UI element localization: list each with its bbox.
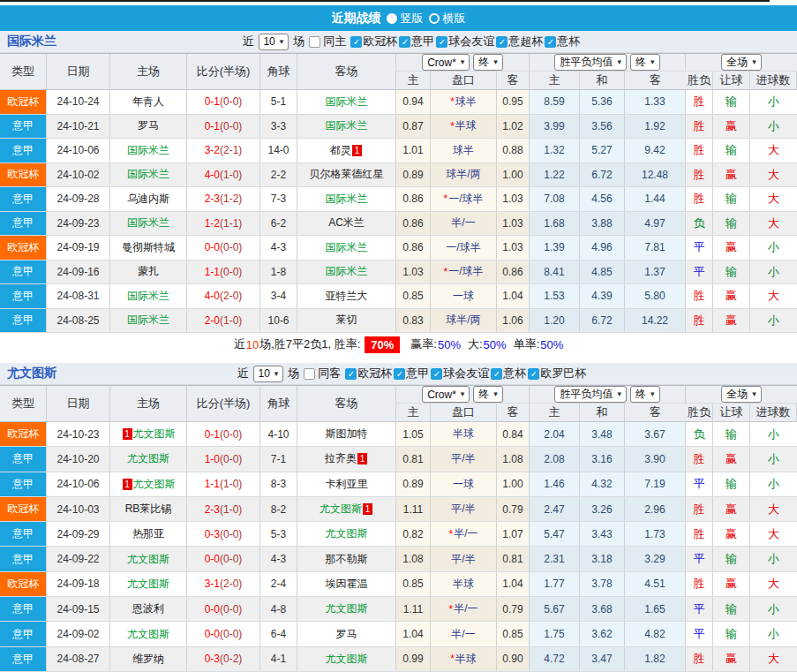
match-count-select[interactable]: 10▾	[252, 366, 283, 382]
checkbox-checked-icon[interactable]: ✓	[491, 368, 502, 380]
scope-select[interactable]: 全场▾	[721, 54, 762, 71]
league-filters: ✓欧冠杯✓意甲✓球会友谊✓意超杯✓意杯	[350, 34, 582, 49]
league-filter-option[interactable]: ✓意甲	[394, 366, 429, 381]
league-filter-option[interactable]: ✓欧冠杯	[345, 366, 392, 381]
checkbox-checked-icon[interactable]: ✓	[431, 368, 442, 380]
bookmaker-select[interactable]: Crow*▾	[422, 386, 470, 403]
avg-draw-cell: 6.72	[580, 309, 625, 333]
score-cell: 1-0(0-0)	[187, 447, 260, 471]
same-away-checkbox[interactable]: 同客	[304, 366, 341, 381]
final-odds-select[interactable]: 终▾	[630, 54, 660, 71]
avg-odds-select[interactable]: 胜平负均值▾	[554, 386, 627, 403]
match-count-select[interactable]: 10▾	[258, 34, 289, 50]
same-home-label: 同主	[323, 34, 346, 49]
avg-draw-cell: 3.68	[580, 597, 625, 621]
title-bar: 近期战绩 竖版 横版	[0, 5, 797, 31]
checkbox-checked-icon[interactable]: ✓	[436, 36, 447, 48]
league-filter-option[interactable]: ✓意超杯	[496, 34, 543, 49]
checkbox-checked-icon[interactable]: ✓	[394, 368, 405, 380]
team-name: 尤文图斯	[320, 502, 362, 517]
league-filters: ✓欧冠杯✓意甲✓球会友谊✓意杯✓欧罗巴杯	[345, 366, 588, 381]
score-cell: 1-1(0-0)	[187, 260, 260, 284]
league-filter-option[interactable]: ✓意甲	[399, 34, 434, 49]
summary-record: 场,胜7平2负1, 胜率:	[259, 336, 360, 352]
table-row: 意甲24-09-16蒙扎1-1(0-0)1-8国际米兰1.03*一/球半0.86…	[0, 260, 797, 285]
handicap-cell: 一/球半	[431, 236, 497, 260]
league-badge: 意甲	[0, 522, 47, 546]
checkbox-checked-icon[interactable]: ✓	[528, 368, 539, 380]
score-cell: 1-1(1-0)	[187, 472, 260, 496]
section-juventus: 尤文图斯 近 10▾ 场 同客 ✓欧冠杯✓意甲✓球会友谊✓意杯✓欧罗巴杯 类型 …	[0, 363, 797, 672]
corner-cell: 5-3	[260, 522, 297, 546]
date-cell: 24-09-28	[47, 187, 110, 211]
halftime-score: (1-0)	[220, 478, 242, 490]
result-cell: 平	[686, 547, 713, 570]
away-team-cell: 亚特兰大	[297, 284, 396, 308]
avg-home-cell: 4.72	[530, 647, 580, 671]
radio-vertical-layout[interactable]: 竖版	[387, 11, 424, 26]
bookmaker-select[interactable]: Crow*▾	[422, 54, 470, 71]
team-name: RB莱比锡	[125, 502, 172, 517]
final-odds-select[interactable]: 终▾	[630, 386, 660, 403]
corner-cell: 3-3	[260, 115, 297, 139]
team-name: 贝尔格莱德红星	[310, 167, 384, 182]
table-row: 欧冠杯24-10-03RB莱比锡2-3(1-0)8-2尤文图斯11.11平/半0…	[0, 497, 797, 522]
scope-select[interactable]: 全场▾	[721, 386, 762, 403]
result-cell: 胜	[686, 522, 713, 546]
result-cell: 胜	[686, 115, 713, 139]
avg-away-cell: 9.42	[625, 139, 686, 162]
col-header-away: 客场	[297, 54, 396, 89]
radio-horizontal-layout[interactable]: 横版	[429, 11, 466, 26]
away-team-cell: 国际米兰	[297, 115, 396, 139]
avg-home-cell: 1.68	[530, 212, 580, 236]
corner-cell: 10-6	[260, 309, 297, 333]
checkbox-checked-icon[interactable]: ✓	[350, 36, 362, 48]
league-filter-option[interactable]: ✓意杯	[491, 366, 526, 381]
checkbox-checked-icon[interactable]: ✓	[399, 36, 410, 48]
halftime-score: (0-0)	[220, 266, 242, 278]
final-odds-select[interactable]: 终▾	[473, 386, 503, 403]
handicap-text: 球半	[455, 94, 477, 109]
team-name-link[interactable]: 国际米兰	[0, 34, 56, 49]
result-cell: 胜	[686, 447, 713, 471]
league-filter-label: 球会友谊	[443, 366, 489, 381]
league-filter-option[interactable]: ✓欧冠杯	[350, 34, 397, 49]
league-filter-option[interactable]: ✓球会友谊	[431, 366, 489, 381]
page: 近期战绩 竖版 横版 国际米兰 近 10▾ 场 同主 ✓欧冠杯✓意甲✓球会友谊✓…	[0, 0, 797, 672]
team-name: 亚特兰大	[326, 289, 368, 304]
handicap-result-cell: 输	[713, 187, 750, 211]
league-filter-label: 意超杯	[508, 34, 543, 49]
score-cell: 0-1(0-0)	[187, 90, 260, 114]
radio-unselected-icon[interactable]	[429, 13, 440, 24]
result-cell: 平	[686, 622, 713, 646]
away-odds-cell: 1.07	[497, 522, 530, 546]
final-odds-select[interactable]: 终▾	[473, 54, 503, 71]
league-filter-option[interactable]: ✓球会友谊	[436, 34, 494, 49]
date-cell: 24-09-15	[47, 597, 110, 621]
handicap-cell: 一球	[431, 472, 497, 496]
chevron-down-icon: ▾	[461, 58, 465, 66]
col-header-corner: 角球	[260, 54, 297, 89]
team-name: 尤文图斯	[326, 652, 368, 667]
avg-odds-value: 胜平负均值	[560, 387, 613, 402]
avg-away-cell: 1.37	[625, 260, 686, 284]
checkbox-checked-icon[interactable]: ✓	[545, 36, 556, 48]
avg-odds-select[interactable]: 胜平负均值▾	[554, 54, 627, 71]
radio-selected-icon[interactable]	[387, 13, 397, 24]
checkbox-icon[interactable]	[309, 36, 320, 48]
handicap-cell: 一球	[431, 284, 497, 308]
league-filter-option[interactable]: ✓欧罗巴杯	[528, 366, 586, 381]
home-team-cell: 乌迪内斯	[110, 187, 187, 211]
team-name: 尤文图斯	[127, 451, 169, 466]
result-cell: 平	[686, 236, 713, 260]
checkbox-icon[interactable]	[304, 368, 315, 380]
team-name-link[interactable]: 尤文图斯	[0, 366, 56, 381]
summary-stat-label: 大:	[468, 336, 483, 352]
handicap-cell: 平/半	[431, 497, 497, 521]
league-filter-option[interactable]: ✓意杯	[545, 34, 580, 49]
col-header-type: 类型	[0, 386, 47, 421]
checkbox-checked-icon[interactable]: ✓	[345, 368, 357, 380]
avg-away-cell: 3.90	[625, 447, 686, 471]
checkbox-checked-icon[interactable]: ✓	[496, 36, 508, 48]
same-home-checkbox[interactable]: 同主	[309, 34, 346, 49]
